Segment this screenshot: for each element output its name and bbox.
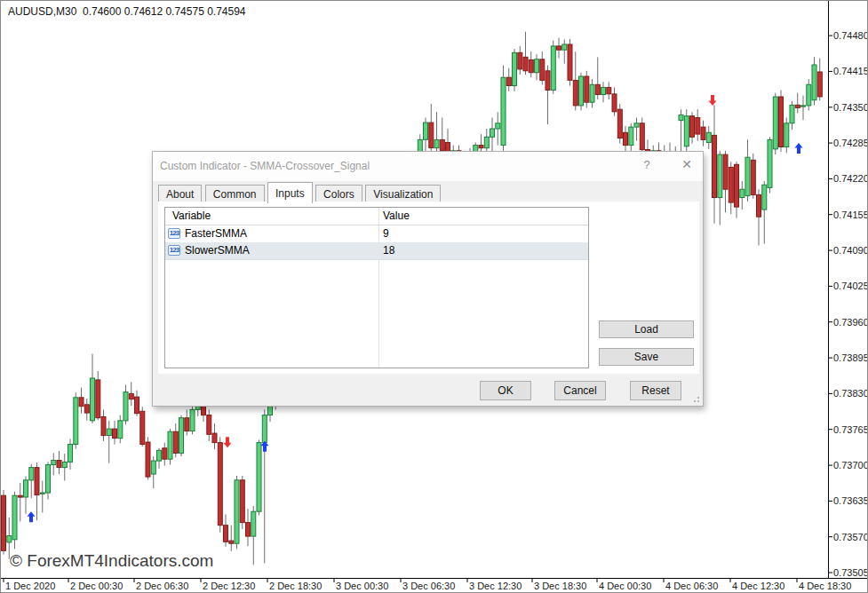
candle-down: [624, 132, 628, 145]
price-label: 0.74220: [833, 173, 868, 184]
candle-up: [801, 106, 806, 107]
close-icon[interactable]: ✕: [679, 157, 695, 171]
time-label: 2 Dec 12:30: [203, 581, 255, 591]
candle-down: [696, 118, 700, 135]
candle-up: [784, 123, 789, 147]
candle-down: [113, 429, 117, 439]
candle-up: [812, 65, 816, 100]
candle-up: [118, 421, 123, 439]
parameters-table: Variable Value 123 FasterSMMA 9 123 Slow…: [164, 207, 589, 368]
candle-down: [735, 164, 739, 207]
reset-button[interactable]: Reset: [630, 381, 681, 400]
candle-up: [535, 59, 539, 73]
time-label: 4 Dec 18:30: [799, 581, 851, 591]
candle-up: [179, 418, 184, 454]
candle-down: [568, 44, 572, 80]
candle-up: [251, 511, 256, 536]
variable-column-header: Variable: [172, 208, 211, 225]
time-label: 3 Dec 18:30: [534, 581, 586, 591]
candle-down: [2, 495, 6, 550]
price-label: 0.74155: [833, 210, 868, 220]
time-label: 4 Dec 12:30: [732, 581, 784, 591]
candle-down: [795, 105, 800, 107]
candle-up: [579, 76, 584, 106]
candle-down: [585, 76, 589, 102]
candle-up: [52, 461, 56, 465]
time-label: 4 Dec 00:30: [599, 581, 651, 591]
candle-down: [545, 71, 550, 91]
candle-down: [35, 468, 39, 495]
time-label: 3 Dec 00:30: [336, 581, 388, 591]
price-label: 0.73830: [833, 388, 868, 399]
buy-signal-arrow-icon: [795, 143, 803, 154]
candle-down: [529, 59, 533, 72]
tab-common[interactable]: Common: [205, 185, 265, 203]
tab-about[interactable]: About: [158, 185, 202, 203]
candle-down: [96, 380, 100, 418]
resize-grip[interactable]: [697, 400, 699, 402]
help-icon[interactable]: ?: [640, 158, 654, 171]
price-label: 0.73700: [833, 460, 868, 470]
candle-up: [257, 443, 261, 512]
candle-down: [185, 418, 189, 431]
tab-inputs[interactable]: Inputs: [267, 182, 313, 203]
price-label: 0.73635: [833, 495, 868, 506]
candle-down: [57, 461, 61, 468]
tab-visualization[interactable]: Visualization: [365, 185, 441, 203]
candle-up: [235, 480, 239, 543]
variable-value[interactable]: 9: [383, 225, 389, 242]
tab-colors[interactable]: Colors: [315, 185, 362, 203]
candle-down: [573, 80, 577, 106]
time-label: 3 Dec 12:30: [469, 581, 522, 591]
candle-up: [107, 429, 111, 435]
candle-down: [540, 59, 545, 81]
candle-up: [601, 87, 606, 94]
candle-up: [262, 415, 267, 443]
candle-down: [729, 167, 733, 202]
value-column-header: Value: [383, 208, 410, 225]
ok-button[interactable]: OK: [480, 381, 531, 400]
load-button[interactable]: Load: [599, 320, 694, 338]
save-button[interactable]: Save: [599, 348, 694, 366]
time-label: 2 Dec 18:30: [269, 581, 322, 591]
candle-down: [617, 109, 622, 138]
time-label: 2 Dec 00:30: [70, 581, 123, 591]
candle-down: [101, 417, 106, 436]
candle-down: [224, 526, 228, 542]
table-row[interactable]: 123 FasterSMMA 9: [165, 225, 588, 243]
candle-down: [723, 154, 728, 189]
watermark: © ForexMT4Indicators.com: [10, 551, 213, 571]
candle-down: [79, 398, 84, 407]
table-header: Variable Value: [165, 208, 588, 225]
candle-down: [173, 431, 178, 453]
candle-down: [595, 84, 600, 94]
variable-value[interactable]: 18: [383, 242, 394, 259]
candle-down: [146, 442, 150, 477]
candle-down: [701, 127, 705, 139]
table-row-selected[interactable]: 123 SlowerSMMA 18: [165, 242, 588, 260]
candle-down: [207, 415, 211, 435]
candle-down: [129, 393, 133, 399]
price-label: 0.73960: [833, 317, 868, 328]
candle-down: [479, 146, 483, 148]
price-label: 0.73570: [833, 532, 868, 542]
cancel-button[interactable]: Cancel: [554, 381, 606, 400]
time-label: 3 Dec 06:30: [402, 581, 455, 591]
variable-name: FasterSMMA: [185, 225, 247, 242]
candle-up: [7, 536, 12, 542]
price-label: 0.74350: [833, 102, 868, 113]
price-label: 0.74025: [833, 281, 868, 291]
candle-down: [523, 57, 528, 71]
candle-down: [246, 523, 251, 537]
dialog-titlebar[interactable]: Custom Indicator - SMMA-Crossover_Signal…: [153, 152, 703, 181]
candle-down: [612, 94, 617, 112]
candle-up: [629, 127, 633, 146]
candle-up: [745, 157, 750, 195]
indicator-dialog: Custom Indicator - SMMA-Crossover_Signal…: [152, 151, 704, 407]
sell-signal-arrow-icon: [709, 95, 717, 106]
candle-up: [762, 185, 767, 210]
candle-up: [74, 398, 78, 445]
candle-down: [84, 405, 89, 413]
candle-up: [12, 495, 17, 540]
candle-up: [490, 129, 495, 137]
